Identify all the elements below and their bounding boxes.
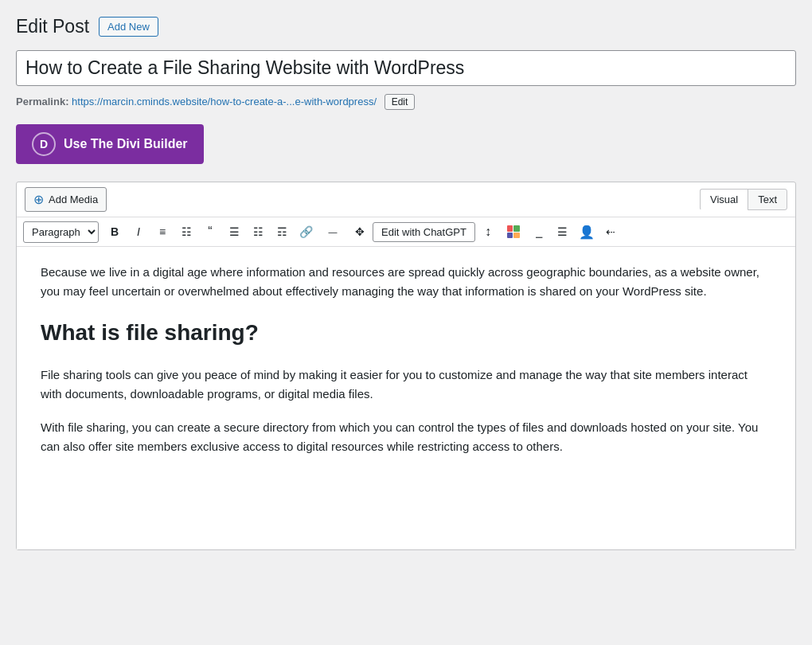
editor-container: ⊕ Add Media Visual Text Paragraph B I (16, 182, 796, 550)
unordered-list-icon: ≡ (159, 225, 166, 238)
fullscreen-icon: ⇠ (606, 225, 615, 238)
bold-icon: B (111, 225, 119, 238)
content-paragraph-2: File sharing tools can give you peace of… (41, 366, 771, 404)
add-new-button[interactable]: Add New (99, 17, 158, 37)
add-media-label: Add Media (49, 194, 98, 205)
permalink-edit-button[interactable]: Edit (385, 94, 416, 110)
upload-icon-button[interactable]: ↕ (477, 221, 499, 243)
align-right-button[interactable]: ☶ (271, 221, 293, 243)
ordered-list-icon: ☷ (182, 225, 192, 238)
align-center-icon: ☷ (253, 225, 264, 238)
link-icon: 🔗 (299, 225, 313, 238)
align-justify-icon: ☰ (557, 225, 568, 238)
italic-icon: I (137, 225, 140, 238)
color-grid-icon (507, 225, 520, 238)
tab-text[interactable]: Text (748, 189, 787, 210)
blockquote-icon: “ (208, 225, 212, 239)
divi-builder-label: Use The Divi Builder (64, 137, 188, 151)
horizontal-rule-icon: ⎯ (536, 225, 542, 238)
user-icon: 👤 (579, 225, 595, 240)
align-right-icon: ☶ (277, 225, 287, 238)
content-heading-1: What is file sharing? (41, 315, 771, 351)
tab-visual[interactable]: Visual (700, 189, 748, 210)
table-icon: ✥ (355, 225, 365, 238)
editor-toolbar-top: ⊕ Add Media Visual Text (17, 182, 795, 217)
more-tag-icon: — (329, 227, 338, 236)
view-tabs: Visual Text (700, 189, 787, 210)
add-media-button[interactable]: ⊕ Add Media (25, 187, 107, 212)
more-tag-button[interactable]: — (318, 221, 347, 243)
formatting-toolbar: Paragraph B I ≡ ☷ “ ☰ (17, 217, 795, 247)
align-left-icon: ☰ (229, 225, 240, 238)
media-icon: ⊕ (33, 192, 44, 207)
content-paragraph-1: Because we live in a digital age where i… (41, 263, 771, 301)
italic-button[interactable]: I (127, 221, 150, 243)
paragraph-select[interactable]: Paragraph (23, 221, 99, 243)
page-title: Edit Post (16, 16, 89, 37)
horizontal-rule-button[interactable]: ⎯ (528, 221, 550, 243)
align-justify-button[interactable]: ☰ (552, 221, 574, 243)
color-grid-button[interactable] (501, 221, 526, 243)
permalink-label: Permalink: (16, 96, 68, 108)
ordered-list-button[interactable]: ☷ (175, 221, 197, 243)
permalink-url[interactable]: https://marcin.cminds.website/how-to-cre… (72, 96, 377, 108)
divi-circle-icon: D (32, 132, 56, 156)
align-center-button[interactable]: ☷ (247, 221, 269, 243)
permalink-row: Permalink: https://marcin.cminds.website… (16, 94, 796, 110)
link-button[interactable]: 🔗 (295, 221, 317, 243)
chatgpt-edit-button[interactable]: Edit with ChatGPT (373, 222, 475, 242)
editor-content[interactable]: Because we live in a digital age where i… (17, 247, 795, 549)
post-title-input[interactable] (16, 50, 796, 86)
align-left-button[interactable]: ☰ (223, 221, 245, 243)
upload-icon: ↕ (485, 225, 491, 239)
divi-builder-button[interactable]: D Use The Divi Builder (16, 124, 204, 164)
fullscreen-button[interactable]: ⇠ (599, 221, 622, 243)
unordered-list-button[interactable]: ≡ (151, 221, 174, 243)
blockquote-button[interactable]: “ (199, 221, 221, 243)
table-button[interactable]: ✥ (349, 221, 371, 243)
content-paragraph-3: With file sharing, you can create a secu… (41, 418, 771, 456)
bold-button[interactable]: B (103, 221, 126, 243)
user-button[interactable]: 👤 (576, 221, 598, 243)
